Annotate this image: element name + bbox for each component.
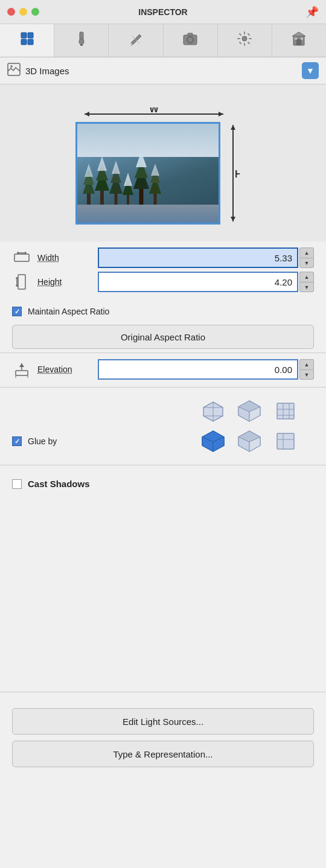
edit-light-sources-button[interactable]: Edit Light Sources... xyxy=(12,708,314,735)
cast-shadows-checkbox[interactable] xyxy=(12,479,22,489)
cast-shadows-label: Cast Shadows xyxy=(28,479,90,489)
svg-rect-12 xyxy=(188,33,193,36)
width-section: Width ▲ ▼ Height xyxy=(0,241,326,302)
svg-line-18 xyxy=(240,34,241,35)
pin-icon[interactable]: 📌 xyxy=(305,5,319,19)
svg-text:W: W xyxy=(149,107,159,114)
original-aspect-ratio-button[interactable]: Original Aspect Ratio xyxy=(12,325,314,349)
svg-marker-34 xyxy=(231,125,235,130)
preview-area: W xyxy=(0,85,326,241)
glue-cube-bottom-left-active[interactable] xyxy=(197,427,229,455)
svg-point-28 xyxy=(10,65,13,68)
svg-point-5 xyxy=(79,39,84,45)
dropdown-label: 3D Images xyxy=(25,66,297,76)
svg-rect-58 xyxy=(277,403,294,419)
elevation-increment-button[interactable]: ▲ xyxy=(299,359,314,369)
svg-point-13 xyxy=(242,36,247,41)
elevation-row: Elevation ▲ ▼ xyxy=(0,357,326,382)
empty-space xyxy=(0,495,326,688)
svg-rect-0 xyxy=(21,33,27,38)
glue-by-checkbox[interactable]: ✓ xyxy=(12,436,22,446)
tab-components[interactable] xyxy=(0,24,54,57)
width-label: Width xyxy=(37,253,92,263)
title-bar: INSPECTOR 📌 xyxy=(0,0,326,24)
window-controls[interactable] xyxy=(7,8,39,16)
maximize-button[interactable] xyxy=(31,8,39,16)
height-icon xyxy=(12,272,31,292)
svg-marker-47 xyxy=(19,363,24,367)
svg-rect-24 xyxy=(296,39,301,45)
tab-building[interactable] xyxy=(272,24,326,57)
svg-line-19 xyxy=(248,42,249,43)
cast-shadows-row: Cast Shadows xyxy=(0,469,326,495)
maintain-aspect-ratio-checkbox[interactable]: ✓ xyxy=(12,307,22,316)
height-stepper: ▲ ▼ xyxy=(299,272,314,292)
elevation-icon xyxy=(12,360,31,379)
components-icon xyxy=(19,31,35,50)
svg-text:H: H xyxy=(235,169,240,179)
svg-rect-71 xyxy=(277,433,294,449)
svg-rect-3 xyxy=(28,39,33,45)
pencil-icon xyxy=(128,31,144,50)
brush-icon xyxy=(74,31,89,50)
glue-cube-top-mid[interactable] xyxy=(233,397,266,425)
image-frame xyxy=(75,122,220,225)
svg-rect-41 xyxy=(18,275,25,289)
height-row: Height ▲ ▼ xyxy=(12,272,314,292)
tab-light[interactable] xyxy=(218,24,272,57)
h-arrow: H xyxy=(226,122,240,225)
glue-cube-bottom-mid[interactable] xyxy=(233,427,266,455)
tab-camera[interactable] xyxy=(164,24,218,57)
svg-marker-30 xyxy=(85,112,89,116)
diagram-container: W xyxy=(75,107,251,225)
elevation-input-wrap: ▲ ▼ xyxy=(98,359,314,380)
height-input[interactable] xyxy=(98,272,298,292)
glue-bottom-row: ✓ Glue by xyxy=(12,427,314,455)
glue-label-row: ✓ Glue by xyxy=(12,436,57,446)
width-stepper: ▲ ▼ xyxy=(299,247,314,268)
width-input[interactable] xyxy=(98,247,298,268)
edit-light-sources-label: Edit Light Sources... xyxy=(123,716,203,727)
minimize-button[interactable] xyxy=(19,8,27,16)
width-decrement-button[interactable]: ▼ xyxy=(299,258,314,268)
width-increment-button[interactable]: ▲ xyxy=(299,247,314,258)
tab-brush[interactable] xyxy=(54,24,109,57)
svg-rect-37 xyxy=(14,254,29,261)
maintain-aspect-ratio-label: Maintain Aspect Ratio xyxy=(28,307,109,316)
width-icon xyxy=(12,248,31,267)
height-decrement-button[interactable]: ▼ xyxy=(299,282,314,292)
glue-cube-top-right[interactable] xyxy=(269,397,302,425)
glue-top-icons xyxy=(12,397,314,425)
height-input-wrap: ▲ ▼ xyxy=(98,272,314,292)
svg-rect-1 xyxy=(28,33,33,38)
width-input-wrap: ▲ ▼ xyxy=(98,247,314,268)
svg-rect-45 xyxy=(16,371,28,375)
close-button[interactable] xyxy=(7,8,15,16)
svg-marker-7 xyxy=(131,34,141,45)
glue-cube-top-left[interactable] xyxy=(197,397,229,425)
elevation-input[interactable] xyxy=(98,359,298,380)
dropdown-arrow-button[interactable]: ▼ xyxy=(302,62,319,79)
tab-pencil[interactable] xyxy=(109,24,163,57)
main-content: 3D Images ▼ W xyxy=(0,57,326,866)
type-representation-button[interactable]: Type & Representation... xyxy=(12,741,314,767)
height-increment-button[interactable]: ▲ xyxy=(299,272,314,282)
divider-3 xyxy=(0,465,326,465)
dropdown-arrow-icon: ▼ xyxy=(306,66,315,75)
glue-top-row xyxy=(197,397,302,425)
building-icon xyxy=(291,31,307,50)
glue-cube-bottom-right[interactable] xyxy=(269,427,302,455)
width-row: Width ▲ ▼ xyxy=(12,247,314,268)
svg-line-21 xyxy=(240,42,241,43)
type-representation-label: Type & Representation... xyxy=(113,749,213,759)
elevation-stepper: ▲ ▼ xyxy=(299,359,314,380)
svg-rect-2 xyxy=(21,39,27,45)
svg-marker-23 xyxy=(292,32,305,36)
glue-checkmark-icon: ✓ xyxy=(14,438,20,445)
glue-section: ✓ Glue by xyxy=(0,391,326,461)
divider-1 xyxy=(0,353,326,353)
height-label: Height xyxy=(37,277,92,287)
svg-rect-6 xyxy=(80,44,83,46)
svg-marker-31 xyxy=(219,112,223,116)
elevation-decrement-button[interactable]: ▼ xyxy=(299,369,314,380)
